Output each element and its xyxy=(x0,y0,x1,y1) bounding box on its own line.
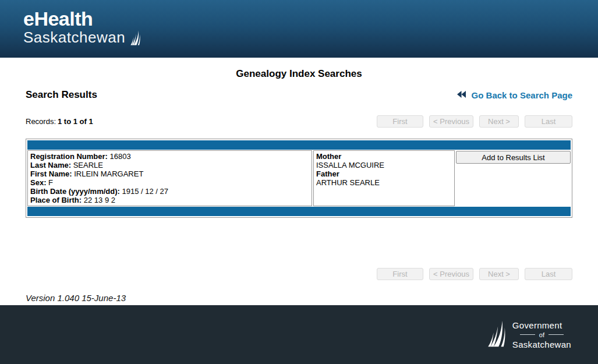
app-header: eHealth Saskatchewan xyxy=(0,0,598,58)
records-value: 1 to 1 of 1 xyxy=(58,117,93,126)
pagination-top: First < Previous Next > Last xyxy=(371,115,572,128)
next-page-button-bottom[interactable]: Next > xyxy=(479,268,519,280)
go-back-link[interactable]: Go Back to Search Page xyxy=(457,90,572,100)
record-field: Sex: F xyxy=(30,178,309,187)
page-title: Genealogy Index Searches xyxy=(26,68,572,80)
divider xyxy=(520,334,535,335)
previous-page-button[interactable]: < Previous xyxy=(429,115,473,128)
next-page-button[interactable]: Next > xyxy=(479,115,519,128)
previous-page-button-bottom[interactable]: < Previous xyxy=(429,268,473,280)
last-page-button[interactable]: Last xyxy=(525,115,572,128)
add-to-results-button[interactable]: Add to Results List xyxy=(456,151,571,164)
app-footer: Government of Saskatchewan xyxy=(0,305,598,364)
brand-ehealth: eHealth xyxy=(23,8,598,29)
record-field: Birth Date (yyyy/mm/dd): 1915 / 12 / 27 xyxy=(30,187,309,196)
section-title-search-results: Search Results xyxy=(26,89,97,101)
father-label: Father xyxy=(316,169,452,178)
mother-value: ISSALLA MCGUIRE xyxy=(316,161,452,169)
version-text: Version 1.040 15-June-13 xyxy=(26,293,572,303)
divider xyxy=(549,334,564,335)
gov-line-saskatchewan: Saskatchewan xyxy=(512,340,571,349)
go-back-link-label: Go Back to Search Page xyxy=(472,90,572,100)
wheat-sheaf-icon xyxy=(129,30,141,48)
first-page-button[interactable]: First xyxy=(377,115,423,128)
double-left-arrow-icon xyxy=(457,90,466,100)
record-field: Registration Number: 16803 xyxy=(30,152,309,161)
mother-label: Mother xyxy=(316,152,452,161)
record-action-cell: Add to Results List xyxy=(456,150,571,206)
record-field: First Name: IRLEIN MARGARET xyxy=(30,169,309,178)
record-bottom-bar xyxy=(27,207,571,216)
gov-line-government: Government xyxy=(512,320,571,330)
record-details-cell: Registration Number: 16803 Last Name: SE… xyxy=(27,150,312,206)
record-top-bar xyxy=(27,140,571,150)
government-of-saskatchewan-logo: Government of Saskatchewan xyxy=(486,319,571,351)
pagination-bottom: First < Previous Next > Last xyxy=(371,268,572,280)
record-field: Place of Birth: 22 13 9 2 xyxy=(30,196,309,204)
first-page-button-bottom[interactable]: First xyxy=(377,268,423,280)
father-value: ARTHUR SEARLE xyxy=(316,178,452,187)
brand-saskatchewan: Saskatchewan xyxy=(23,29,125,45)
main-content: Genealogy Index Searches Search Results … xyxy=(0,68,598,303)
wheat-sheaf-icon xyxy=(486,319,507,351)
records-count: Records:1 to 1 of 1 xyxy=(26,117,93,126)
record-parents-cell: Mother ISSALLA MCGUIRE Father ARTHUR SEA… xyxy=(313,150,455,206)
records-label: Records: xyxy=(26,117,56,126)
last-page-button-bottom[interactable]: Last xyxy=(525,268,572,280)
search-result-record: Registration Number: 16803 Last Name: SE… xyxy=(26,139,572,218)
record-field: Last Name: SEARLE xyxy=(30,161,309,169)
gov-line-of: of xyxy=(539,331,544,338)
